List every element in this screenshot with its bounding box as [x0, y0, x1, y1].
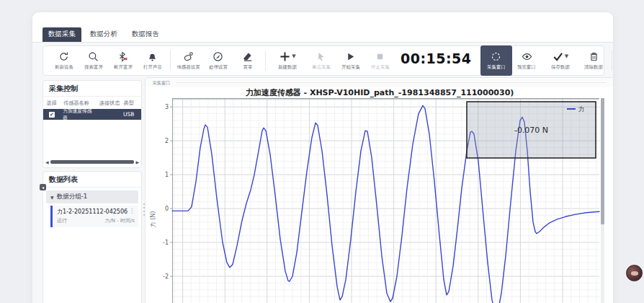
start-collect-button[interactable]: 开始采集	[336, 46, 365, 75]
scrollbar-thumb[interactable]	[601, 98, 604, 224]
single-point-button[interactable]: 单点采集	[306, 46, 336, 75]
toolbar: 刷新设备 搜索蓝牙 断开蓝牙 打开声音 传感器设置 处理设置 置零	[43, 45, 604, 76]
chevron-down-icon[interactable]: ▼	[292, 53, 295, 59]
trash-icon	[589, 51, 599, 62]
selection-value-label: -0.070 N	[514, 126, 548, 135]
y-axis-label: 力 (N)	[150, 211, 156, 228]
sound-button[interactable]: 打开声音	[138, 46, 167, 75]
data-item-axes: 力/N - 时间/s	[104, 217, 135, 224]
svg-text:3: 3	[165, 104, 169, 110]
main-tab-bar: 数据采集 数据分析 数据报告	[32, 30, 613, 43]
sensor-checkbox[interactable]: ✔	[49, 112, 55, 118]
process-settings-button[interactable]: 处理设置	[203, 46, 233, 75]
vertical-scrollbar[interactable]	[601, 98, 604, 303]
search-icon	[88, 51, 99, 62]
sensor-name: 力加速度传感器	[63, 108, 95, 121]
pointer-icon	[316, 51, 326, 62]
horizontal-scrollbar[interactable]: ◀ ▶	[45, 159, 139, 164]
tab-data-analysis[interactable]: 数据分析	[84, 27, 123, 42]
sensor-type: USB	[123, 111, 138, 118]
data-list-title: 数据列表	[43, 172, 141, 188]
item-menu-icon[interactable]: ⋮	[129, 208, 135, 216]
svg-text:2: 2	[165, 138, 169, 144]
check-icon	[552, 51, 564, 62]
zero-button[interactable]: 置零	[233, 46, 262, 75]
refresh-icon	[58, 51, 69, 62]
plus-icon	[279, 51, 291, 62]
sidebar-collapse-handle[interactable]: ◂	[40, 184, 46, 190]
bluetooth-disconnect-icon	[117, 51, 128, 62]
svg-text:1: 1	[165, 172, 169, 178]
collect-window-button[interactable]: 采集窗口	[480, 45, 512, 76]
sensor-table-row[interactable]: ✔ 力加速度传感器 USB	[43, 109, 141, 120]
data-group-row[interactable]: ▼ 数据分组-1	[46, 190, 138, 203]
app-window: 数据采集 数据分析 数据报告 刷新设备 搜索蓝牙 断开蓝牙 打开声音 传感器设置	[32, 12, 614, 303]
data-item-title: 力1-2-20251112-042506	[57, 208, 128, 216]
legend-label: 力	[578, 105, 585, 113]
chart-panel: 采集窗口 力加速度传感器 - XHSP-V10HID_path_-1981348…	[145, 77, 614, 303]
chart-window-label: 采集窗口	[152, 79, 170, 86]
data-group-label: 数据分组-1	[57, 193, 87, 201]
clear-data-button[interactable]: 清除数据	[579, 46, 609, 75]
data-item-status: 运行	[57, 217, 67, 224]
tab-data-report[interactable]: 数据报告	[126, 27, 165, 42]
data-list-item[interactable]: 力1-2-20251112-042506 ⋮ 运行 力/N - 时间/s	[50, 206, 138, 227]
waveform-plot[interactable]: 3210-1-2力 (N)-0.070 N力	[146, 98, 601, 303]
sensor-icon	[183, 51, 194, 62]
stop-collect-button[interactable]: 停止采集	[365, 46, 395, 75]
scroll-right-icon[interactable]: ▶	[135, 159, 139, 164]
strip-divider	[176, 82, 607, 83]
disconnect-bluetooth-button[interactable]: 断开蓝牙	[108, 46, 138, 75]
dashed-circle-icon	[491, 51, 501, 62]
preview-window-button[interactable]: 预览窗口	[512, 46, 542, 75]
scroll-left-icon[interactable]: ◀	[45, 159, 49, 164]
sensor-settings-button[interactable]: 传感器设置	[174, 46, 203, 75]
search-bluetooth-button[interactable]: 搜索蓝牙	[79, 46, 108, 75]
svg-text:-2: -2	[163, 273, 169, 280]
collection-control-panel: 采集控制 选择 传感器名称 连接状态 类型 ✔ 力加速度传感器 USB ◀ ▶	[43, 80, 142, 168]
chevron-down-icon[interactable]: ▼	[565, 53, 568, 59]
sensor-table-header: 选择 传感器名称 连接状态 类型	[43, 97, 141, 109]
new-data-button[interactable]: ▼ 新建数据	[269, 46, 306, 75]
tab-data-collect[interactable]: 数据采集	[43, 27, 81, 42]
collection-control-title: 采集控制	[43, 81, 141, 97]
gauge-icon	[213, 51, 223, 62]
eraser-icon	[242, 51, 253, 62]
floating-assistant-avatar[interactable]	[626, 265, 643, 281]
refresh-device-button[interactable]: 刷新设备	[49, 46, 79, 75]
elapsed-timer: 00:15:54	[395, 50, 480, 71]
scrollbar-thumb[interactable]	[50, 160, 135, 164]
bell-icon	[147, 51, 158, 62]
chevron-down-icon: ▼	[50, 195, 54, 200]
chart-title: 力加速度传感器 - XHSP-V10HID_path_-1981348857_1…	[146, 87, 614, 98]
toolbar-divider	[612, 50, 612, 71]
toolbar-divider	[265, 50, 266, 71]
svg-text:-1: -1	[163, 240, 169, 246]
play-icon	[345, 51, 356, 62]
toolbar-divider	[170, 50, 171, 71]
svg-text:0: 0	[165, 206, 169, 212]
data-list-panel: 数据列表 ▼ 数据分组-1 力1-2-20251112-042506 ⋮ 运行 …	[43, 171, 142, 303]
stop-icon	[375, 51, 385, 62]
eye-icon	[522, 51, 532, 62]
chart-window-strip: 采集窗口	[146, 78, 614, 87]
save-data-button[interactable]: ▼ 保存数据	[542, 46, 579, 75]
avatar-face	[631, 271, 638, 276]
